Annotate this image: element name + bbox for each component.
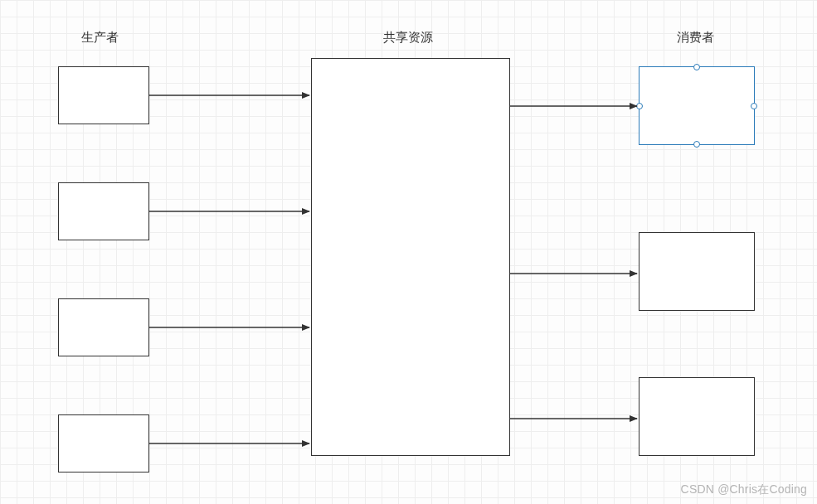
watermark-text: CSDN @Chris在Coding <box>681 482 807 497</box>
consumer-box-selected[interactable] <box>639 66 755 145</box>
producer-box[interactable] <box>58 182 149 240</box>
selection-handle-icon[interactable] <box>693 141 700 148</box>
selection-handle-icon[interactable] <box>751 103 757 109</box>
shared-resource-label: 共享资源 <box>383 30 433 46</box>
consumer-box[interactable] <box>639 377 755 456</box>
selection-handle-icon[interactable] <box>693 64 700 70</box>
shared-resource-box[interactable] <box>311 58 510 456</box>
consumer-box[interactable] <box>639 232 755 311</box>
producer-box[interactable] <box>58 414 149 472</box>
consumer-label: 消费者 <box>677 30 714 46</box>
producer-label: 生产者 <box>81 30 119 46</box>
selection-handle-icon[interactable] <box>636 103 643 109</box>
producer-box[interactable] <box>58 66 149 124</box>
producer-box[interactable] <box>58 298 149 356</box>
